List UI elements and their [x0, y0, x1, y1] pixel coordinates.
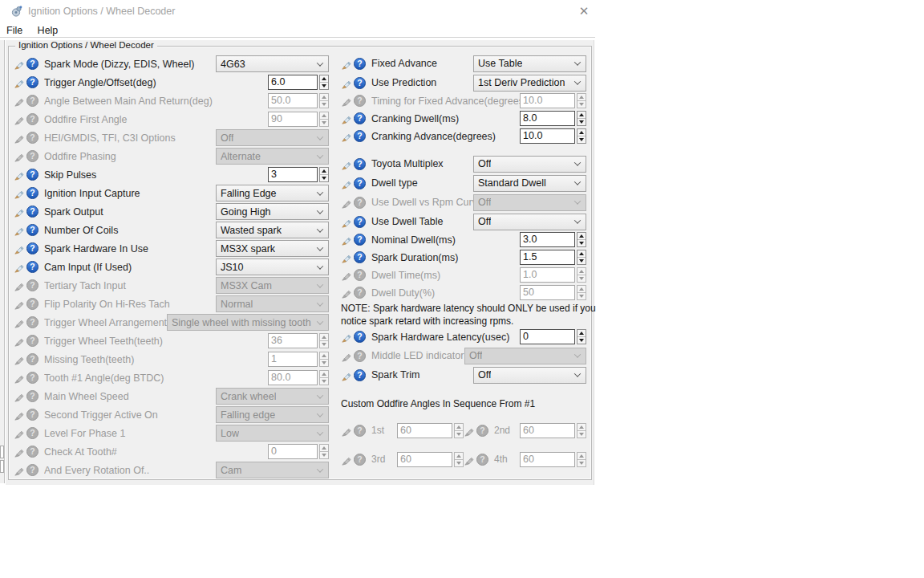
- spin-up-button: [320, 371, 328, 378]
- latency-note: NOTE: Spark hardware latency should ONLY…: [341, 303, 599, 328]
- spin-down-button[interactable]: [578, 258, 586, 264]
- oddfire-row-2: ?3rd60?4th60: [341, 451, 586, 467]
- help-icon: ?: [476, 454, 488, 466]
- help-icon[interactable]: ?: [354, 77, 366, 89]
- cranking-dwell-ms-input[interactable]: 8.0: [520, 111, 575, 126]
- spin-up-button: [578, 268, 586, 275]
- spin-up-button[interactable]: [320, 168, 328, 175]
- help-icon[interactable]: ?: [26, 187, 38, 199]
- oddfire-first-angle-field: 90: [268, 112, 329, 127]
- spin-down-button[interactable]: [578, 136, 586, 143]
- field-angle-between-main-and-return-deg: ?Angle Between Main And Return(deg)50.0: [14, 92, 329, 110]
- spark-hardware-in-use-select[interactable]: MS3X spark: [216, 240, 329, 257]
- cam-input-if-used-select[interactable]: JS10: [216, 258, 329, 275]
- spin-down-button: [455, 460, 463, 466]
- field-tooth-1-angle-deg-btdc: ?Tooth #1 Angle(deg BTDC)80.0: [14, 368, 329, 387]
- tooth-1-angle-deg-btdc-label: Tooth #1 Angle(deg BTDC): [44, 372, 268, 384]
- oddfire-2nd-label: 2nd: [494, 425, 520, 436]
- close-icon[interactable]: ✕: [575, 3, 593, 19]
- spark-hardware-latency-usec-input[interactable]: 0: [520, 329, 575, 344]
- use-prediction-select[interactable]: 1st Deriv Prediction: [473, 75, 586, 92]
- number-of-coils-select[interactable]: Wasted spark: [216, 222, 329, 238]
- pencil-icon: [14, 243, 24, 254]
- help-icon[interactable]: ?: [26, 76, 38, 88]
- spark-mode-dizzy-edis-wheel-label: Spark Mode (Dizzy, EDIS, Wheel): [44, 59, 216, 70]
- spin-up-button[interactable]: [578, 250, 586, 258]
- spin-up-button[interactable]: [578, 233, 586, 240]
- cranking-dwell-ms-label: Cranking Dwell(ms): [371, 113, 520, 124]
- skip-pulses-input[interactable]: 3: [268, 167, 318, 182]
- help-icon[interactable]: ?: [354, 369, 366, 381]
- help-icon[interactable]: ?: [26, 261, 38, 273]
- oddfire-2nd: ?2nd60: [464, 423, 586, 438]
- chevron-down-icon: [317, 281, 323, 287]
- pencil-icon: [14, 188, 24, 198]
- help-icon[interactable]: ?: [354, 234, 366, 246]
- nominal-dwell-ms-input[interactable]: 3.0: [520, 232, 575, 247]
- missing-teeth-teeth-input: 1: [268, 352, 318, 367]
- help-icon[interactable]: ?: [354, 331, 366, 343]
- help-icon[interactable]: ?: [26, 224, 38, 236]
- hei-gmdis-tfi-c3i-options-select: Off: [216, 129, 329, 146]
- help-icon[interactable]: ?: [354, 158, 366, 170]
- dwell-type-select[interactable]: Standard Dwell: [473, 175, 586, 192]
- help-icon[interactable]: ?: [354, 251, 366, 263]
- spinner: [319, 370, 329, 385]
- hei-gmdis-tfi-c3i-options-label: HEI/GMDIS, TFI, C3I Options: [44, 132, 216, 144]
- oddfire-first-angle-input: 90: [268, 112, 318, 127]
- help-icon[interactable]: ?: [26, 169, 38, 181]
- help-icon[interactable]: ?: [26, 58, 38, 70]
- help-icon[interactable]: ?: [354, 130, 366, 142]
- spin-down-button[interactable]: [578, 119, 586, 125]
- pencil-icon: [341, 425, 351, 436]
- help-icon[interactable]: ?: [26, 206, 38, 218]
- middle-led-indicator-select: Off: [464, 348, 586, 364]
- use-dwell-table-value: Off: [478, 216, 491, 227]
- trigger-angle-offset-deg-input[interactable]: 6.0: [268, 75, 318, 90]
- pencil-icon: [14, 299, 24, 309]
- help-icon[interactable]: ?: [26, 242, 38, 254]
- chevron-down-icon: [574, 178, 581, 185]
- clipped-control-fragment: [0, 460, 4, 473]
- fixed-advance-select[interactable]: Use Table: [473, 55, 586, 72]
- spark-hardware-latency-usec-field: 0: [520, 329, 586, 344]
- pencil-icon: [14, 132, 24, 143]
- ignition-input-capture-select[interactable]: Falling Edge: [216, 185, 329, 201]
- trigger-wheel-teeth-teeth-field: 36: [268, 333, 329, 348]
- spin-up-button: [578, 286, 586, 293]
- angle-between-main-and-return-deg-input: 50.0: [268, 93, 318, 108]
- field-trigger-wheel-arrangement: ?Trigger Wheel ArrangementSingle wheel w…: [14, 313, 329, 332]
- cranking-dwell-ms-field: 8.0: [520, 111, 586, 126]
- field-fixed-advance: ?Fixed AdvanceUse Table: [341, 55, 586, 72]
- use-dwell-vs-rpm-curve-select: Off: [473, 194, 586, 211]
- spin-down-button[interactable]: [578, 337, 586, 344]
- spark-trim-select[interactable]: Off: [473, 367, 586, 384]
- help-icon[interactable]: ?: [354, 112, 366, 124]
- spark-trim-label: Spark Trim: [371, 369, 473, 381]
- spark-output-select[interactable]: Going High: [216, 203, 329, 220]
- oddfire-3rd-field: 60: [397, 452, 464, 467]
- spark-duration-ms-input[interactable]: 1.5: [520, 250, 575, 265]
- spin-down-button[interactable]: [578, 240, 586, 246]
- field-use-dwell-table: ?Use Dwell TableOff: [341, 213, 586, 230]
- use-dwell-table-select[interactable]: Off: [473, 214, 586, 230]
- spin-up-button[interactable]: [578, 330, 586, 337]
- menu-help[interactable]: Help: [33, 23, 63, 36]
- pencil-icon: [14, 59, 24, 69]
- spin-down-button[interactable]: [320, 83, 328, 89]
- cranking-advance-degrees-input[interactable]: 10.0: [520, 128, 575, 144]
- help-icon[interactable]: ?: [354, 216, 366, 228]
- help-icon[interactable]: ?: [354, 177, 366, 189]
- menu-file[interactable]: File: [2, 23, 27, 36]
- spin-up-button[interactable]: [320, 75, 328, 83]
- spin-up-button[interactable]: [578, 112, 586, 119]
- spark-mode-dizzy-edis-wheel-select[interactable]: 4G63: [216, 55, 329, 72]
- spinner: [577, 93, 586, 108]
- field-dwell-type: ?Dwell typeStandard Dwell: [341, 174, 586, 192]
- spin-up-button[interactable]: [578, 129, 586, 136]
- oddfire-4th-label: 4th: [494, 454, 520, 465]
- spin-down-button[interactable]: [320, 175, 328, 181]
- help-icon[interactable]: ?: [354, 58, 366, 70]
- help-icon: ?: [26, 316, 38, 328]
- toyota-multiplex-select[interactable]: Off: [473, 156, 586, 173]
